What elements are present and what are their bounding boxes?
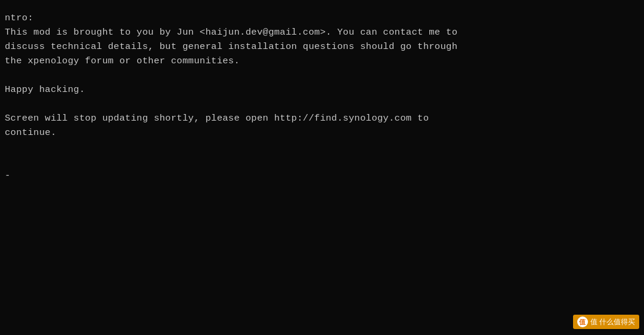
- terminal-line: discuss technical details, but general i…: [5, 41, 457, 52]
- terminal-line: Screen will stop updating shortly, pleas…: [5, 113, 429, 124]
- terminal-window: ntro: This mod is brought to you by Jun …: [0, 0, 644, 335]
- terminal-line: This mod is brought to you by Jun <haiju…: [5, 27, 457, 38]
- terminal-output: ntro: This mod is brought to you by Jun …: [5, 11, 639, 183]
- terminal-line: Happy hacking.: [5, 84, 85, 95]
- watermark-badge: 值 值 什么值得买: [573, 315, 639, 329]
- watermark-text: 值 什么值得买: [590, 317, 635, 327]
- terminal-line: the xpenology forum or other communities…: [5, 56, 240, 66]
- watermark-icon: 值: [577, 316, 588, 327]
- terminal-line: continue.: [5, 127, 57, 138]
- terminal-line: -: [5, 170, 11, 181]
- terminal-line: ntro:: [5, 13, 33, 23]
